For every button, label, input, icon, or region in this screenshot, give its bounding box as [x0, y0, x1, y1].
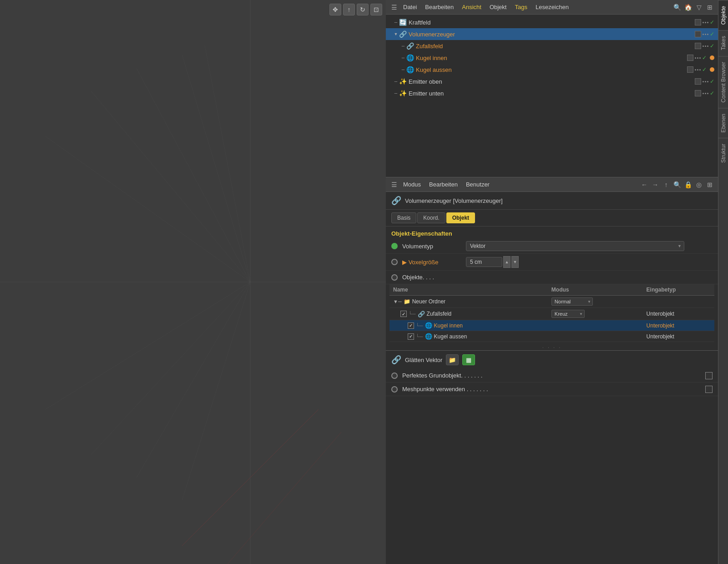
zufallsfeld-label: Zufallsfeld [416, 43, 695, 50]
tab-koord[interactable]: Koord. [417, 212, 445, 223]
layers-icon[interactable]: ▽ [694, 3, 703, 12]
scene-menu-objekt[interactable]: Objekt [486, 2, 511, 12]
vol-check[interactable] [695, 31, 701, 37]
viewport-grid [0, 0, 386, 564]
voxelgroesse-radio[interactable] [391, 259, 398, 265]
attr-menu-icon[interactable]: ☰ [389, 180, 399, 189]
voxelgroesse-input[interactable] [466, 257, 502, 267]
meshpunkte-checkbox[interactable] [705, 386, 713, 393]
perfektes-label: Perfektes Grundobjekt. . . . . . . [402, 372, 705, 379]
emitter-unten-icon: ✨ [399, 89, 407, 97]
kugel-aussen-dots [695, 69, 701, 70]
scene-menu-bearbeiten[interactable]: Bearbeiten [421, 2, 457, 12]
move-icon[interactable]: ✥ [329, 4, 341, 15]
kugel-aussen-eingabe: Unterobjekt [647, 333, 674, 340]
tree-item-zufallsfeld[interactable]: ─ 🔗 Zufallsfeld ✓ [386, 40, 718, 52]
zufall-obj-check[interactable]: ✓ [400, 311, 407, 317]
section-title-objekt: Objekt-Eigenschaften [386, 227, 718, 239]
kugel-aussen-visible[interactable]: ✓ [702, 66, 707, 73]
tree-item-volumenerzeuger[interactable]: ▼ 🔗 Volumenerzeuger ✓ [386, 28, 718, 40]
tab-basis[interactable]: Basis [391, 212, 416, 223]
tree-toggle-kugel-aussen[interactable]: ─ [400, 67, 406, 72]
emitter-oben-visible[interactable]: ✓ [710, 78, 714, 85]
kraftfeld-visible[interactable]: ✓ [710, 19, 714, 25]
folder-modus-select[interactable]: Normal Addieren Subtrahieren [551, 297, 593, 306]
scene-menu-tags[interactable]: Tags [511, 2, 531, 12]
kugel-innen-obj-check[interactable]: ✓ [408, 322, 414, 329]
tree-toggle-emitter-unten[interactable]: ─ [393, 91, 399, 96]
tree-toggle-kraftfeld[interactable]: ─ [393, 20, 399, 25]
kugel-aussen-obj-check[interactable]: ✓ [408, 333, 414, 340]
scene-menu-datei[interactable]: Datei [399, 2, 420, 12]
search-icon[interactable]: 🔍 [672, 3, 682, 12]
volumentyp-select[interactable]: Vektor Skalar SDF [466, 241, 684, 251]
vol-visible[interactable]: ✓ [710, 31, 714, 37]
meshpunkte-radio[interactable] [391, 386, 398, 393]
sidebar-tab-objekte[interactable]: Objekte [718, 0, 728, 30]
zufall-visible[interactable]: ✓ [710, 43, 714, 49]
sidebar-tab-content[interactable]: Content Browser [718, 56, 728, 108]
attr-back-icon[interactable]: ← [640, 180, 649, 189]
folder-toggle[interactable]: ▼─ [393, 299, 402, 304]
emitter-oben-check[interactable] [695, 78, 701, 85]
glaetten-btn1[interactable]: 📁 [446, 354, 459, 365]
kugel-aussen-label: Kugel aussen [416, 66, 687, 73]
emitter-oben-controls: ✓ [695, 78, 714, 85]
scene-menu-icon[interactable]: ☰ [389, 3, 399, 12]
kugel-innen-name-cell: ✓ └─ 🌐 Kugel innen [389, 320, 548, 331]
emitter-unten-check[interactable] [695, 90, 701, 96]
scene-menu-lesezeichen[interactable]: Lesezeichen [532, 2, 572, 12]
sidebar-tab-struktur[interactable]: Struktur [718, 138, 728, 168]
attr-circle-icon[interactable]: ◎ [694, 180, 703, 189]
perfektes-radio[interactable] [391, 373, 398, 379]
attr-menu-bearbeiten[interactable]: Bearbeiten [425, 180, 461, 189]
scene-menu-ansicht[interactable]: Ansicht [458, 2, 485, 12]
zufall-modus-select[interactable]: Kreuz Normal Addieren [551, 310, 585, 318]
kugel-innen-visible[interactable]: ✓ [702, 55, 707, 61]
up-icon[interactable]: ↑ [343, 4, 355, 15]
attr-menu-bar: ☰ Modus Bearbeiten Benutzer ← → ↑ 🔍 🔒 ◎ … [386, 177, 718, 192]
objekte-radio[interactable] [391, 274, 398, 281]
attr-menu-benutzer[interactable]: Benutzer [462, 180, 493, 189]
col-name: Name [389, 284, 548, 296]
sidebar-tab-ebenen[interactable]: Ebenen [718, 108, 728, 138]
tree-toggle-kugel-innen[interactable]: ─ [400, 55, 406, 60]
attr-fwd-icon[interactable]: → [651, 180, 660, 189]
perfektes-checkbox[interactable] [705, 372, 713, 379]
tree-toggle-zufall[interactable]: ─ [400, 43, 406, 49]
voxelgroesse-down[interactable]: ▼ [511, 256, 519, 268]
attr-lock-icon[interactable]: 🔒 [683, 180, 693, 189]
tree-item-emitter-unten[interactable]: ─ ✨ Emitter unten ✓ [386, 87, 718, 99]
attr-search-icon[interactable]: 🔍 [672, 180, 682, 189]
tree-toggle-vol[interactable]: ▼ [393, 31, 399, 37]
tree-item-kraftfeld[interactable]: ─ 🔄 Kraftfeld ✓ [386, 16, 718, 28]
kugel-innen-obj-icon: 🌐 [425, 322, 432, 329]
zufallsfeld-icon: 🔗 [406, 42, 414, 50]
frame-icon[interactable]: ⊡ [370, 4, 382, 15]
kugel-aussen-check[interactable] [687, 66, 693, 73]
zufall-check[interactable] [695, 43, 701, 49]
sidebar-tab-takes[interactable]: Takes [718, 30, 728, 55]
viewport: ✥ ↑ ↻ ⊡ [0, 0, 386, 564]
kugel-innen-eingabe: Unterobjekt [647, 322, 674, 329]
add-icon[interactable]: ⊞ [705, 3, 714, 12]
attr-add-icon[interactable]: ⊞ [705, 180, 714, 189]
zufall-dots [703, 45, 708, 47]
glaetten-btn2[interactable]: ▦ [462, 354, 475, 365]
zufall-modus-wrap: Kreuz Normal Addieren [551, 310, 585, 318]
tree-item-kugel-innen[interactable]: ─ 🌐 Kugel innen ✓ [386, 52, 718, 64]
emitter-unten-visible[interactable]: ✓ [710, 90, 714, 96]
tree-item-emitter-oben[interactable]: ─ ✨ Emitter oben ✓ [386, 76, 718, 87]
filter-icon[interactable]: 🏠 [683, 3, 693, 12]
tab-objekt[interactable]: Objekt [446, 212, 475, 223]
rotate-icon[interactable]: ↻ [357, 4, 369, 15]
attr-up-icon[interactable]: ↑ [662, 180, 671, 189]
kraftfeld-check[interactable] [695, 19, 701, 25]
volumentyp-radio[interactable] [391, 243, 398, 249]
voxelgroesse-up[interactable]: ▲ [503, 256, 511, 268]
kugel-innen-check[interactable] [687, 55, 693, 61]
tree-item-kugel-aussen[interactable]: ─ 🌐 Kugel aussen ✓ [386, 64, 718, 76]
tree-toggle-emitter-oben[interactable]: ─ [393, 79, 399, 84]
attr-menu-modus[interactable]: Modus [399, 180, 425, 189]
right-panel: ☰ Datei Bearbeiten Ansicht Objekt Tags L… [386, 0, 718, 564]
